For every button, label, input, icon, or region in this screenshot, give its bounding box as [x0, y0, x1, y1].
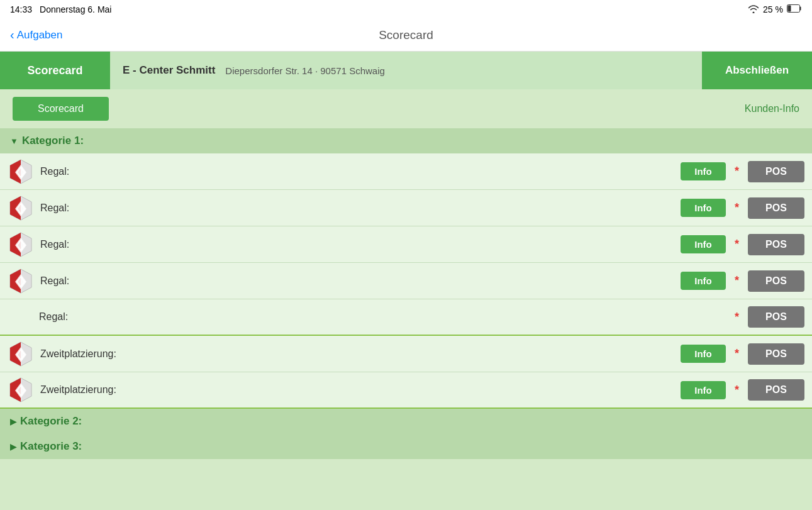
item-row-regal4: Regal: Info * POS	[0, 263, 812, 299]
item-row-regal1: Regal: Info * POS	[0, 153, 812, 190]
sub-scorecard-button[interactable]: Scorecard	[13, 97, 109, 121]
asterisk-regal3: *	[732, 238, 742, 251]
category-label-2: Kategorie 2:	[20, 415, 82, 428]
status-bar: 14:33 Donnerstag 6. Mai 25 %	[0, 0, 812, 19]
pos-button-regal2[interactable]: POS	[748, 197, 804, 219]
item-label-regal3: Regal:	[40, 239, 674, 250]
chevron-left-icon: ‹	[10, 28, 14, 42]
category-label-1: Kategorie 1:	[22, 135, 84, 147]
header-center: E - Center Schmitt Diepersdorfer Str. 14…	[110, 52, 702, 89]
item-label-regal4: Regal:	[40, 275, 674, 287]
asterisk-regal5: *	[732, 311, 742, 324]
item-icon-regal3	[8, 231, 34, 258]
info-button-regal2[interactable]: Info	[681, 199, 726, 217]
pos-button-regal3[interactable]: POS	[748, 234, 804, 255]
back-button[interactable]: ‹ Aufgaben	[10, 28, 62, 42]
pos-button-regal1[interactable]: POS	[748, 161, 804, 182]
item-row-zweit1: Zweitplatzierung: Info * POS	[0, 336, 812, 372]
nav-title: Scorecard	[379, 28, 433, 42]
item-label-zweit1: Zweitplatzierung:	[40, 348, 674, 360]
pos-button-zweit2[interactable]: POS	[748, 379, 804, 401]
item-icon-regal4	[8, 268, 34, 294]
item-icon-regal2	[8, 195, 34, 221]
item-label-regal5: Regal:	[39, 311, 726, 323]
kunden-info-link[interactable]: Kunden-Info	[745, 103, 799, 114]
category-header-1[interactable]: ▼ Kategorie 1:	[0, 128, 812, 153]
store-name: E - Center Schmitt	[123, 64, 215, 77]
battery-icon	[787, 4, 802, 14]
category-arrow-2: ▶	[10, 417, 16, 426]
svg-rect-1	[788, 6, 791, 12]
item-row-zweit2: Zweitplatzierung: Info * POS	[0, 372, 812, 409]
item-label-regal2: Regal:	[40, 202, 674, 214]
category-arrow-3: ▶	[10, 442, 16, 452]
status-time: 14:33	[10, 4, 32, 14]
sub-toolbar: Scorecard Kunden-Info	[0, 89, 812, 128]
back-label: Aufgaben	[17, 29, 63, 42]
pos-button-regal4[interactable]: POS	[748, 270, 804, 292]
header-bar: Scorecard E - Center Schmitt Diepersdorf…	[0, 52, 812, 89]
info-button-zweit2[interactable]: Info	[681, 381, 726, 399]
asterisk-regal4: *	[732, 274, 742, 287]
asterisk-regal2: *	[732, 201, 742, 214]
item-label-regal1: Regal:	[40, 166, 674, 177]
info-button-zweit1[interactable]: Info	[681, 345, 726, 363]
info-button-regal3[interactable]: Info	[681, 235, 726, 253]
item-icon-zweit2	[8, 377, 34, 403]
category-label-3: Kategorie 3:	[20, 440, 82, 453]
asterisk-zweit2: *	[732, 384, 742, 397]
category-header-3[interactable]: ▶ Kategorie 3:	[0, 434, 812, 459]
info-button-regal1[interactable]: Info	[681, 162, 726, 180]
info-button-regal4[interactable]: Info	[681, 272, 726, 290]
item-row-regal5: Regal: * POS	[0, 299, 812, 336]
header-close-button[interactable]: Abschließen	[702, 52, 812, 89]
category-header-2[interactable]: ▶ Kategorie 2:	[0, 409, 812, 434]
item-row-regal2: Regal: Info * POS	[0, 190, 812, 226]
store-address: Diepersdorfer Str. 14 · 90571 Schwaig	[225, 65, 384, 76]
header-scorecard-button[interactable]: Scorecard	[0, 52, 110, 89]
item-icon-zweit1	[8, 341, 34, 367]
status-date: Donnerstag 6. Mai	[40, 4, 111, 14]
asterisk-zweit1: *	[732, 347, 742, 360]
item-label-zweit2: Zweitplatzierung:	[40, 384, 674, 396]
asterisk-regal1: *	[732, 165, 742, 178]
category-arrow-1: ▼	[10, 136, 18, 146]
battery-percentage: 25 %	[763, 4, 783, 14]
wifi-icon	[748, 4, 759, 15]
item-icon-regal1	[8, 158, 34, 185]
main-content: ▼ Kategorie 1: Regal: Info *	[0, 128, 812, 510]
pos-button-zweit1[interactable]: POS	[748, 343, 804, 365]
nav-bar: ‹ Aufgaben Scorecard	[0, 19, 812, 52]
pos-button-regal5[interactable]: POS	[748, 306, 804, 328]
item-row-regal3: Regal: Info * POS	[0, 226, 812, 263]
